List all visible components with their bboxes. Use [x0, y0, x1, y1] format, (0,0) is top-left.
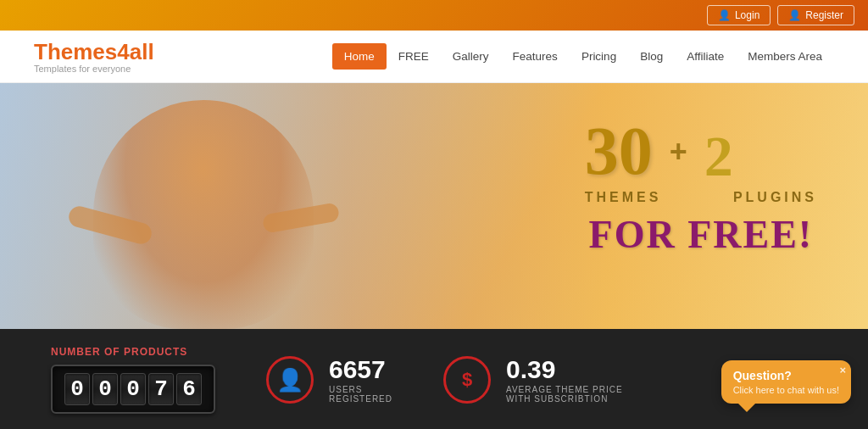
- hero-themes-label: THEMES: [585, 190, 662, 204]
- login-label: Login: [735, 9, 760, 21]
- price-stat: $ 0.39 AVERAGE THEME PRICE WITH SUBSCRIB…: [443, 356, 623, 404]
- users-icon-circle: 👤: [266, 356, 314, 404]
- hero-plus: +: [670, 134, 687, 170]
- digit-2: 0: [120, 373, 146, 405]
- login-button[interactable]: 👤 Login: [707, 5, 771, 25]
- login-icon: 👤: [718, 9, 731, 21]
- digit-1: 0: [92, 373, 118, 405]
- hero-banner: 30 + 2 THEMES PLUGINS FOR FREE!: [0, 83, 868, 329]
- nav-gallery[interactable]: Gallery: [441, 43, 501, 70]
- chat-close-button[interactable]: ×: [839, 364, 846, 376]
- dollar-icon: $: [462, 369, 472, 391]
- hero-numbers: 30 + 2: [585, 117, 817, 185]
- chat-bubble[interactable]: × Question? Click here to chat with us!: [721, 360, 851, 404]
- users-desc: USERS REGISTERED: [329, 385, 392, 404]
- counter-label: NUMBER OF PRODUCTS: [51, 346, 215, 358]
- nav-pricing[interactable]: Pricing: [570, 43, 628, 70]
- nav-affiliate[interactable]: Affiliate: [675, 43, 736, 70]
- nav-home[interactable]: Home: [332, 43, 387, 70]
- logo-accent: 4all: [117, 39, 153, 64]
- register-icon: 👤: [788, 9, 801, 21]
- logo-text: Themes4all: [34, 39, 154, 65]
- price-info: 0.39 AVERAGE THEME PRICE WITH SUBSCRIBTI…: [506, 357, 623, 404]
- user-icon: 👤: [276, 367, 303, 393]
- hero-person: [68, 92, 339, 329]
- hero-text-area: 30 + 2 THEMES PLUGINS FOR FREE!: [585, 117, 817, 257]
- top-bar: 👤 Login 👤 Register: [0, 0, 868, 31]
- hero-plugins-label: PLUGINS: [733, 190, 817, 204]
- users-info: 6657 USERS REGISTERED: [329, 357, 392, 404]
- price-desc: AVERAGE THEME PRICE WITH SUBSCRIBTION: [506, 385, 623, 404]
- main-nav: Home FREE Gallery Features Pricing Blog …: [332, 43, 834, 70]
- nav-free[interactable]: FREE: [387, 43, 441, 70]
- hero-themes-count: 30: [585, 117, 653, 185]
- nav-members-area[interactable]: Members Area: [736, 43, 834, 70]
- counter-display: 0 0 0 7 6: [51, 365, 215, 414]
- logo-brand: Themes: [34, 39, 117, 64]
- users-number: 6657: [329, 357, 392, 382]
- digit-4: 6: [176, 373, 202, 405]
- logo[interactable]: Themes4all Templates for everyone: [34, 39, 154, 74]
- price-number: 0.39: [506, 357, 623, 382]
- register-label: Register: [805, 9, 843, 21]
- chat-subtitle: Click here to chat with us!: [733, 385, 839, 395]
- nav-blog[interactable]: Blog: [628, 43, 675, 70]
- hero-plugins-count: 2: [704, 127, 733, 185]
- product-counter-section: NUMBER OF PRODUCTS 0 0 0 7 6: [51, 346, 215, 414]
- digit-0: 0: [64, 373, 90, 405]
- users-stat: 👤 6657 USERS REGISTERED: [266, 356, 392, 404]
- site-header: Themes4all Templates for everyone Home F…: [0, 31, 868, 83]
- digit-3: 7: [148, 373, 174, 405]
- hero-free-text: FOR FREE!: [585, 212, 817, 257]
- nav-features[interactable]: Features: [501, 43, 570, 70]
- register-button[interactable]: 👤 Register: [777, 5, 854, 25]
- hero-labels: THEMES PLUGINS: [585, 190, 817, 205]
- chat-title: Question?: [733, 369, 839, 382]
- price-icon-circle: $: [443, 356, 491, 404]
